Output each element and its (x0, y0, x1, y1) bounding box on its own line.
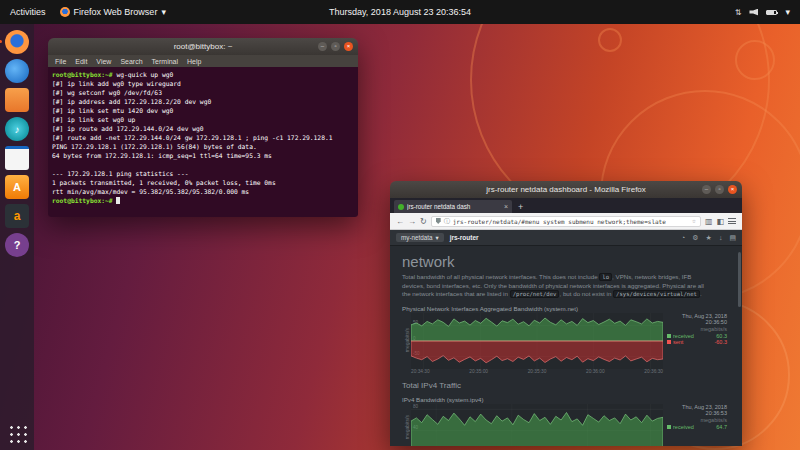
bookmark-star-icon[interactable]: ☆ (692, 217, 696, 225)
site-info-icon[interactable]: ⓘ (444, 217, 450, 226)
activities-button[interactable]: Activities (10, 7, 46, 17)
terminal-menu-edit[interactable]: Edit (75, 58, 87, 65)
terminal-cursor (116, 197, 120, 204)
terminal-menu-search[interactable]: Search (120, 58, 142, 65)
terminal-menu-file[interactable]: File (55, 58, 66, 65)
print-icon[interactable]: ▤ (729, 234, 736, 242)
terminal-line: 64 bytes from 172.29.128.1: icmp_seq=1 t… (52, 151, 354, 160)
legend-sent[interactable]: sent-60.3 (667, 339, 727, 345)
dock-item-help-icon[interactable]: ? (5, 233, 29, 257)
dock-item-software-icon[interactable]: A (5, 175, 29, 199)
terminal-menu-terminal[interactable]: Terminal (152, 58, 178, 65)
terminal-line: rtt min/avg/max/mdev = 95.382/95.382/95.… (52, 187, 354, 196)
chart-title: IPv4 Bandwidth (system.ipv4) (402, 396, 734, 403)
y-axis-unit: megabits/s (402, 404, 411, 447)
app-menu[interactable]: Firefox Web Browser ▾ (60, 7, 166, 17)
terminal-menubar: FileEditViewSearchTerminalHelp (48, 55, 358, 67)
terminal-line: [#] ip address add 172.29.128.2/20 dev w… (52, 97, 354, 106)
dock-item-show-apps-icon[interactable] (7, 423, 28, 444)
section-title: Total IPv4 Traffic (402, 381, 734, 390)
system-status-area[interactable]: ⇅ ▾ (735, 7, 790, 17)
legend-time: 20:36:53 (667, 410, 727, 416)
terminal-line: root@bittybox:~# (52, 196, 354, 205)
terminal-menu-help[interactable]: Help (187, 58, 201, 65)
chart-legend[interactable]: Thu, Aug 23, 201820:36:50megabits/srecei… (663, 313, 727, 369)
tab-close-icon[interactable]: × (504, 203, 508, 210)
maximize-button[interactable]: ▫ (331, 42, 340, 51)
legend-swatch (667, 334, 671, 338)
terminal-menu-view[interactable]: View (96, 58, 111, 65)
dock-item-files-icon[interactable] (5, 88, 29, 112)
x-tick: 20:34:30 (411, 369, 430, 374)
terminal-line: [#] ip link set mtu 1420 dev wg0 (52, 106, 354, 115)
inline-code: /proc/net/dev (510, 290, 560, 298)
dock-item-rhythmbox-icon[interactable]: ♪ (5, 117, 29, 141)
netdata-toolbar: ◔⚙★↓▤ (681, 234, 736, 242)
tab-netdata[interactable]: jrs-router netdata dash × (394, 200, 512, 213)
network-icon: ⇅ (735, 8, 742, 17)
tab-label: jrs-router netdata dash (407, 203, 501, 210)
scrollbar[interactable] (738, 252, 741, 307)
terminal-line (52, 160, 354, 169)
forward-icon[interactable]: → (408, 217, 416, 226)
terminal-line: 1 packets transmitted, 1 received, 0% pa… (52, 178, 354, 187)
close-button[interactable]: × (344, 42, 353, 51)
chart-canvas[interactable]: 8040 (411, 404, 663, 447)
shield-icon[interactable] (436, 218, 441, 224)
terminal-titlebar[interactable]: root@bittybox: ~ – ▫ × (48, 38, 358, 55)
status-chevron-icon: ▾ (785, 7, 790, 17)
inline-code: /sys/devices/virtual/net (613, 290, 700, 298)
dock-item-thunderbird-icon[interactable] (5, 59, 29, 83)
terminal-line: root@bittybox:~# wg-quick up wg0 (52, 70, 354, 79)
dock-item-libreoffice-icon[interactable] (5, 146, 29, 170)
firefox-title: jrs-router netdata dashboard - Mozilla F… (390, 185, 742, 194)
wallpaper-circle (735, 40, 775, 80)
netdata-navbar: my-netdata ▾ jrs-router ◔⚙★↓▤ (390, 230, 742, 246)
library-icon[interactable]: ▥ (705, 217, 713, 226)
minimize-button[interactable]: – (702, 185, 711, 194)
my-netdata-dropdown[interactable]: my-netdata ▾ (396, 233, 444, 242)
back-icon[interactable]: ← (396, 217, 404, 226)
page-title: network (402, 253, 734, 270)
x-axis-ticks: 20:34:3020:35:0020:35:3020:36:0020:36:30 (411, 369, 663, 374)
inline-code: lo (599, 273, 612, 281)
chevron-down-icon: ▾ (436, 234, 439, 241)
tab-bar: jrs-router netdata dash × + (390, 198, 742, 213)
app-menu-label: Firefox Web Browser (74, 7, 158, 17)
terminal-line: --- 172.29.128.1 ping statistics --- (52, 169, 354, 178)
terminal-line: [#] ip link set wg0 up (52, 115, 354, 124)
sidebar-icon[interactable]: ◧ (716, 217, 724, 226)
firefox-mini-icon (60, 7, 70, 17)
legend-received[interactable]: received64.7 (667, 424, 727, 430)
new-tab-button[interactable]: + (518, 202, 523, 212)
legend-swatch (667, 425, 671, 429)
navigation-bar: ← → ↻ ⓘ jrs-router/netdata/#menu_system_… (390, 213, 742, 230)
legend-time: 20:36:50 (667, 319, 727, 325)
terminal-line: [#] ip link add wg0 type wireguard (52, 79, 354, 88)
hostname[interactable]: jrs-router (450, 234, 479, 241)
reload-icon[interactable]: ↻ (420, 217, 427, 226)
menu-icon[interactable] (728, 218, 736, 224)
chart-canvas[interactable]: 500-50 (411, 313, 663, 369)
legend-swatch (667, 340, 671, 344)
url-bar[interactable]: ⓘ jrs-router/netdata/#menu_system_submen… (431, 216, 701, 227)
import-icon[interactable]: ↓ (719, 234, 723, 242)
dock-item-amazon-icon[interactable]: a (5, 204, 29, 228)
highlight-icon[interactable]: ★ (706, 234, 712, 242)
alarms-icon[interactable]: ◔ (681, 234, 685, 242)
minimize-button[interactable]: – (318, 42, 327, 51)
terminal-output[interactable]: root@bittybox:~# wg-quick up wg0[#] ip l… (48, 67, 358, 217)
settings-icon[interactable]: ⚙ (692, 234, 698, 242)
close-button[interactable]: × (728, 185, 737, 194)
terminal-line: [#] route add -net 172.29.144.0/24 gw 17… (52, 133, 354, 142)
chart-system-ipv4: IPv4 Bandwidth (system.ipv4) megabits/s … (402, 396, 734, 447)
netdata-favicon (398, 204, 404, 210)
terminal-line: [#] wg setconf wg0 /dev/fd/63 (52, 88, 354, 97)
chart-legend[interactable]: Thu, Aug 23, 201820:36:53megabits/srecei… (663, 404, 727, 447)
firefox-titlebar[interactable]: jrs-router netdata dashboard - Mozilla F… (390, 181, 742, 198)
dock-item-firefox-icon[interactable] (5, 30, 29, 54)
maximize-button[interactable]: ▫ (715, 185, 724, 194)
chart-title: Physical Network Interfaces Aggregated B… (402, 305, 734, 312)
volume-icon (749, 9, 758, 16)
terminal-window: root@bittybox: ~ – ▫ × FileEditViewSearc… (48, 38, 358, 217)
